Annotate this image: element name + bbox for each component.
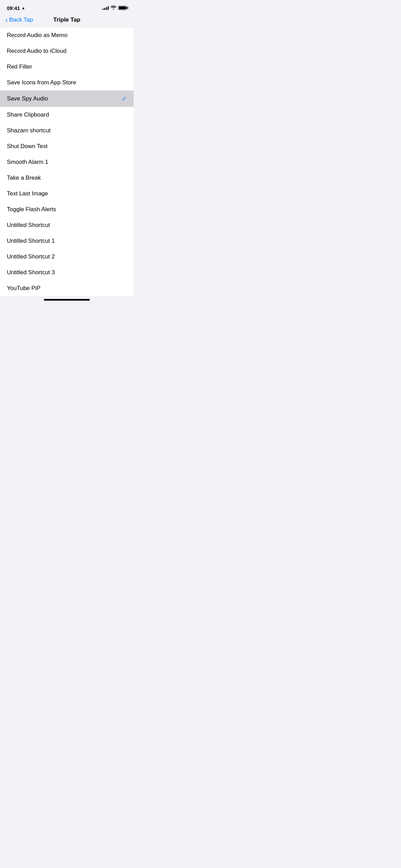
list-item[interactable]: Shut Down Test (0, 138, 134, 154)
status-icons (102, 5, 127, 11)
nav-bar: ‹ Back Tap Triple Tap (0, 14, 134, 27)
wifi-icon (111, 5, 116, 11)
list-item-label: Untitled Shortcut (7, 222, 50, 229)
list-item-label: Untitled Shortcut 3 (7, 269, 55, 276)
list-item-label: Save Spy Audio (7, 95, 48, 102)
list-item-label: Text Last Image (7, 190, 48, 197)
list-item-label: Save Icons from App Store (7, 79, 76, 86)
battery-icon (118, 6, 127, 10)
list-item[interactable]: Untitled Shortcut 3 (0, 265, 134, 280)
list-item[interactable]: Untitled Shortcut (0, 217, 134, 233)
list-item-label: Record Audio as Memo (7, 32, 68, 39)
list-item-label: Red Filter (7, 63, 32, 70)
list-item[interactable]: Red Filter (0, 59, 134, 75)
list-item-label: Toggle Flash Alerts (7, 206, 56, 213)
status-bar: 09:41 ▲ (0, 0, 134, 14)
list-item-label: Untitled Shortcut 2 (7, 253, 55, 260)
back-chevron-icon: ‹ (5, 16, 8, 23)
location-icon: ▲ (21, 6, 25, 10)
page-title: Triple Tap (53, 16, 80, 23)
checkmark-icon: ✓ (122, 95, 127, 103)
list-item-label: Share Clipboard (7, 111, 49, 118)
list-item[interactable]: Untitled Shortcut 2 (0, 249, 134, 265)
list-item-label: YouTube PiP (7, 285, 40, 292)
list-item[interactable]: Save Icons from App Store (0, 75, 134, 91)
list-item[interactable]: Text Last Image (0, 186, 134, 202)
list-item[interactable]: Untitled Shortcut 1 (0, 233, 134, 249)
list-item-label: Shut Down Test (7, 143, 48, 150)
list-item[interactable]: Record Audio as Memo (0, 27, 134, 43)
status-time: 09:41 ▲ (7, 5, 25, 11)
list-item[interactable]: Toggle Flash Alerts (0, 202, 134, 217)
list-item-label: Untitled Shortcut 1 (7, 238, 55, 244)
list-item-label: Record Audio to iCloud (7, 48, 66, 55)
time-label: 09:41 (7, 5, 20, 11)
list-item[interactable]: Save Spy Audio✓ (0, 91, 134, 107)
list-item-label: Smooth Alarm 1 (7, 159, 48, 166)
home-indicator (0, 296, 134, 303)
back-button[interactable]: ‹ Back Tap (5, 16, 33, 23)
list-item[interactable]: Smooth Alarm 1 (0, 154, 134, 170)
list-item[interactable]: Shazam shortcut (0, 123, 134, 138)
list-item[interactable]: YouTube PiP (0, 280, 134, 296)
list-item-label: Shazam shortcut (7, 127, 51, 134)
back-label: Back Tap (9, 16, 33, 23)
home-indicator-bar (44, 299, 90, 301)
signal-icon (102, 6, 109, 10)
list-item[interactable]: Record Audio to iCloud (0, 43, 134, 59)
list-container: Record Audio as MemoRecord Audio to iClo… (0, 27, 134, 296)
list-item[interactable]: Share Clipboard (0, 107, 134, 123)
list-item-label: Take a Break (7, 174, 41, 181)
list-item[interactable]: Take a Break (0, 170, 134, 186)
